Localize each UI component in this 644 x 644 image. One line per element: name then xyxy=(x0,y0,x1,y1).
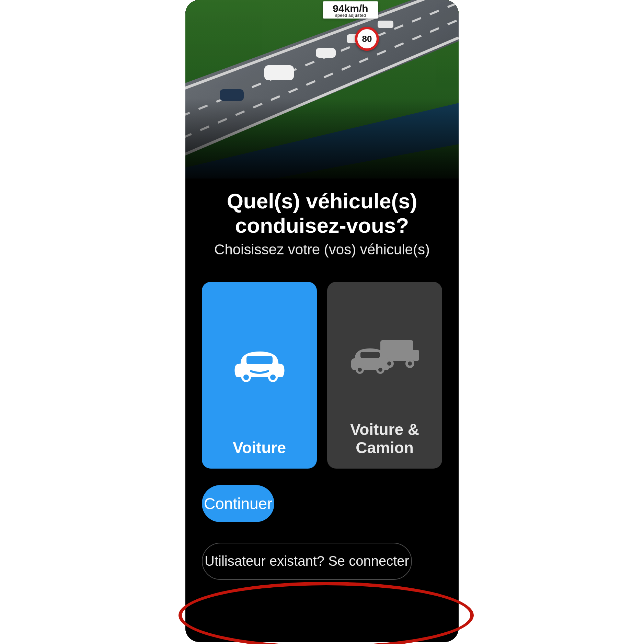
svg-rect-18 xyxy=(380,340,413,361)
car-and-truck-icon xyxy=(334,292,435,421)
svg-point-17 xyxy=(270,375,276,380)
svg-point-15 xyxy=(243,375,249,380)
vehicle-card-car-truck[interactable]: Voiture & Camion xyxy=(327,282,442,469)
continue-button[interactable]: Continuer xyxy=(202,485,274,522)
vehicle-card-row: Voiture xyxy=(202,282,442,469)
svg-point-28 xyxy=(408,361,412,366)
vehicle-card-car-truck-label: Voiture & Camion xyxy=(334,421,435,457)
svg-point-27 xyxy=(387,361,391,366)
car-icon xyxy=(209,292,310,439)
hero-image: 94km/h speed adjusted 80 xyxy=(185,0,459,179)
page-subtitle: Choisissez votre (vos) véhicule(s) xyxy=(199,241,445,258)
content-panel: Quel(s) véhicule(s) conduisez-vous? Choi… xyxy=(185,179,459,642)
existing-user-signin-button[interactable]: Utilisateur existant? Se connecter xyxy=(202,543,412,580)
svg-rect-12 xyxy=(185,0,459,179)
vehicle-card-car[interactable]: Voiture xyxy=(202,282,317,469)
svg-rect-13 xyxy=(246,356,273,364)
speed-value: 94km/h xyxy=(325,3,376,14)
continue-button-label: Continuer xyxy=(204,494,272,513)
existing-user-signin-label: Utilisateur existant? Se connecter xyxy=(205,553,409,569)
title-line-2: conduisez-vous? xyxy=(235,214,409,237)
speed-limit-value: 80 xyxy=(362,34,372,44)
vehicle-card-car-label: Voiture xyxy=(233,439,286,457)
svg-rect-24 xyxy=(360,352,380,358)
svg-point-26 xyxy=(378,368,382,372)
svg-point-25 xyxy=(358,368,362,372)
page-title: Quel(s) véhicule(s) conduisez-vous? xyxy=(199,189,445,238)
speed-badge: 94km/h speed adjusted xyxy=(323,1,378,19)
svg-rect-19 xyxy=(413,350,419,361)
speed-limit-sign-icon: 80 xyxy=(355,27,379,51)
title-line-1: Quel(s) véhicule(s) xyxy=(227,189,417,213)
app-screen: 94km/h speed adjusted 80 Quel(s) véhicul… xyxy=(185,0,459,642)
highway-illustration xyxy=(185,0,459,179)
